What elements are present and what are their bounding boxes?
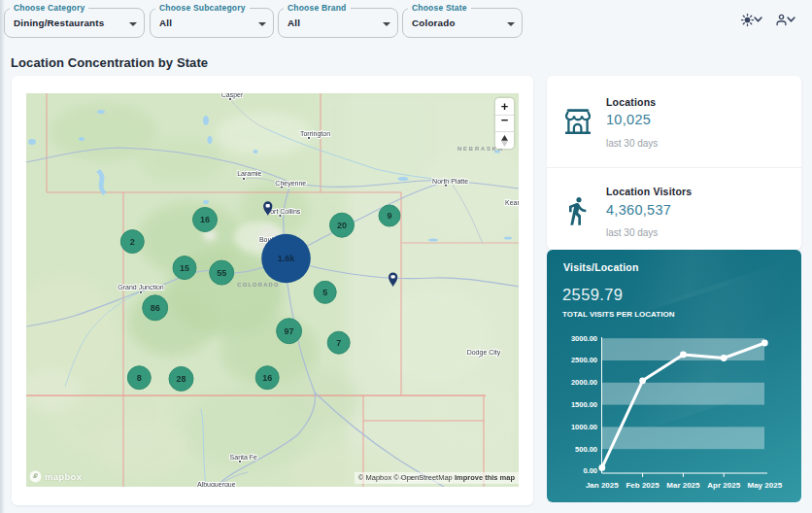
svg-text:Kearne: Kearne bbox=[505, 199, 519, 206]
svg-text:COLORADO: COLORADO bbox=[237, 282, 279, 288]
svg-text:55: 55 bbox=[217, 268, 226, 278]
svg-text:Dodge City: Dodge City bbox=[467, 349, 501, 357]
svg-text:9: 9 bbox=[387, 211, 391, 221]
svg-text:0.00: 0.00 bbox=[583, 466, 597, 475]
svg-text:North Platte: North Platte bbox=[432, 178, 468, 185]
svg-text:15: 15 bbox=[180, 263, 189, 273]
svg-text:16: 16 bbox=[200, 215, 210, 224]
svg-text:Grand Junction: Grand Junction bbox=[118, 284, 164, 291]
svg-text:Cheyenne: Cheyenne bbox=[275, 180, 306, 188]
svg-text:2: 2 bbox=[130, 237, 135, 247]
svg-text:May 2025: May 2025 bbox=[748, 481, 783, 490]
svg-text:Mar 2025: Mar 2025 bbox=[666, 481, 700, 490]
svg-text:Feb 2025: Feb 2025 bbox=[626, 481, 660, 490]
svg-text:Jan 2025: Jan 2025 bbox=[586, 481, 619, 490]
svg-text:2000.00: 2000.00 bbox=[571, 378, 597, 387]
svg-text:1500.00: 1500.00 bbox=[571, 400, 597, 409]
svg-text:8: 8 bbox=[137, 373, 142, 383]
svg-text:2500.00: 2500.00 bbox=[571, 356, 597, 364]
svg-text:Apr 2025: Apr 2025 bbox=[707, 481, 740, 490]
svg-text:1000.00: 1000.00 bbox=[571, 423, 597, 431]
svg-text:7: 7 bbox=[336, 338, 341, 348]
svg-text:97: 97 bbox=[285, 326, 294, 336]
svg-text:16: 16 bbox=[262, 373, 272, 383]
svg-text:Albuquerque: Albuquerque bbox=[197, 481, 236, 488]
svg-text:Laramie: Laramie bbox=[237, 170, 261, 177]
svg-text:Torrington: Torrington bbox=[300, 130, 330, 138]
svg-text:3000.00: 3000.00 bbox=[571, 334, 597, 343]
svg-text:86: 86 bbox=[151, 303, 160, 313]
svg-text:1.6k: 1.6k bbox=[278, 254, 296, 263]
svg-text:20: 20 bbox=[337, 221, 347, 230]
svg-text:28: 28 bbox=[176, 374, 186, 384]
svg-text:5: 5 bbox=[322, 288, 327, 297]
svg-text:500.00: 500.00 bbox=[575, 445, 597, 454]
svg-text:Santa Fe: Santa Fe bbox=[230, 454, 258, 461]
